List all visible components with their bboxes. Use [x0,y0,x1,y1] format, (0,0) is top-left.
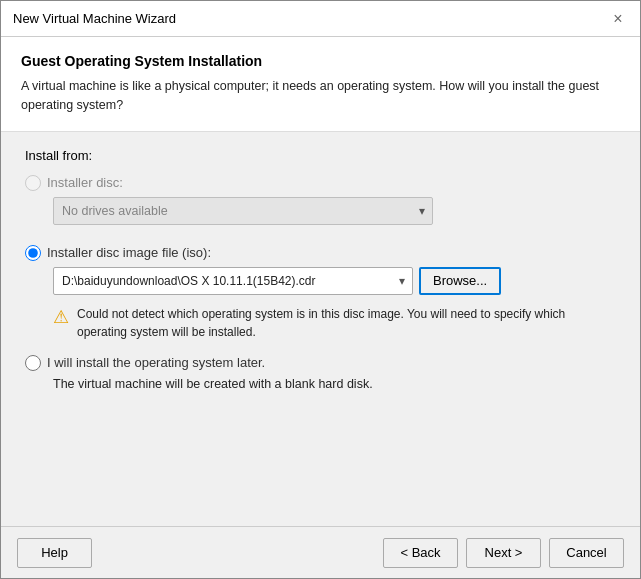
install-later-radio[interactable] [25,355,41,371]
back-button[interactable]: < Back [383,538,458,568]
warning-text: Could not detect which operating system … [77,305,616,341]
installer-iso-option: Installer disc image file (iso): [25,245,616,261]
installer-iso-label: Installer disc image file (iso): [47,245,211,260]
title-bar: New Virtual Machine Wizard × [1,1,640,37]
disc-dropdown-wrapper[interactable]: No drives available [53,197,433,225]
installer-disc-option: Installer disc: [25,175,616,191]
cancel-button[interactable]: Cancel [549,538,624,568]
warning-row: ⚠ Could not detect which operating syste… [53,305,616,341]
window-title: New Virtual Machine Wizard [13,11,176,26]
installer-disc-radio[interactable] [25,175,41,191]
footer-left: Help [17,538,92,568]
header-section: Guest Operating System Installation A vi… [1,37,640,132]
wizard-footer: Help < Back Next > Cancel [1,526,640,578]
iso-path-wrapper[interactable]: D:\baiduyundownload\OS X 10.11.1(15B42).… [53,267,413,295]
disc-dropdown-row: No drives available [53,197,616,225]
install-later-label: I will install the operating system late… [47,355,265,370]
installer-disc-label: Installer disc: [47,175,123,190]
installer-iso-radio[interactable] [25,245,41,261]
next-button[interactable]: Next > [466,538,541,568]
section-description: A virtual machine is like a physical com… [21,77,620,115]
install-from-label: Install from: [25,148,616,163]
main-section: Install from: Installer disc: No drives … [1,132,640,527]
browse-button[interactable]: Browse... [419,267,501,295]
disc-dropdown[interactable]: No drives available [53,197,433,225]
iso-path-dropdown[interactable]: D:\baiduyundownload\OS X 10.11.1(15B42).… [53,267,413,295]
warning-icon: ⚠ [53,306,69,328]
footer-right: < Back Next > Cancel [383,538,624,568]
install-later-option: I will install the operating system late… [25,355,616,371]
iso-path-row: D:\baiduyundownload\OS X 10.11.1(15B42).… [53,267,616,295]
wizard-content: Guest Operating System Installation A vi… [1,37,640,578]
install-later-desc: The virtual machine will be created with… [53,377,616,391]
section-title: Guest Operating System Installation [21,53,620,69]
close-button[interactable]: × [608,9,628,29]
help-button[interactable]: Help [17,538,92,568]
wizard-window: New Virtual Machine Wizard × Guest Opera… [0,0,641,579]
